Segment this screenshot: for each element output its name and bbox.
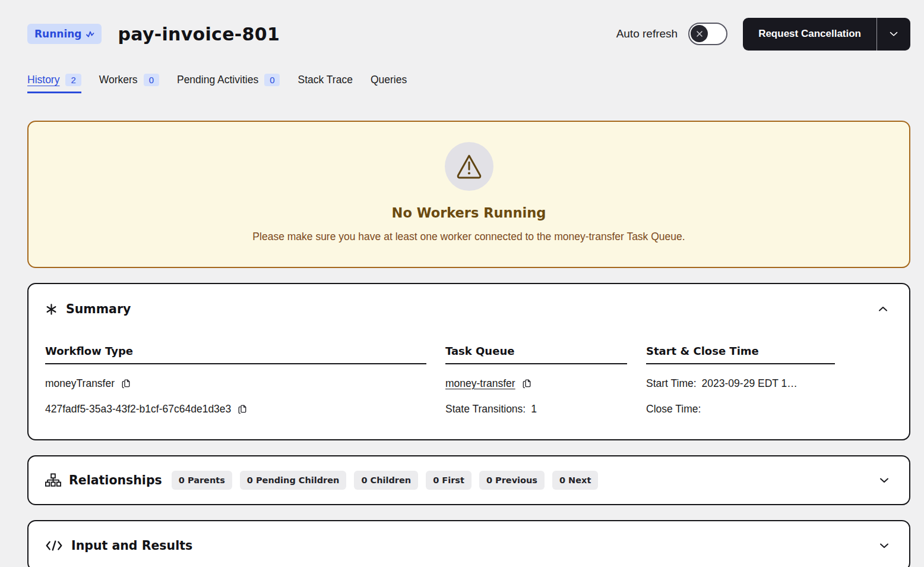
summary-grid: Workflow Type moneyTransfer 427fadf5-35a… xyxy=(45,345,893,415)
close-time-label: Close Time: xyxy=(646,403,701,415)
copy-task-queue-button[interactable] xyxy=(521,378,532,389)
copy-run-id-button[interactable] xyxy=(236,404,248,415)
warning-message: Please make sure you have at least one w… xyxy=(43,231,895,243)
tab-pending-activities[interactable]: Pending Activities 0 xyxy=(177,74,280,93)
auto-refresh-toggle[interactable] xyxy=(688,23,727,45)
request-cancellation-button[interactable]: Request Cancellation xyxy=(743,18,876,51)
toggle-knob xyxy=(691,25,708,42)
no-workers-warning-banner: No Workers Running Please make sure you … xyxy=(27,121,910,268)
workflow-type-value: moneyTransfer xyxy=(45,377,115,390)
tab-history-count-badge: 2 xyxy=(65,74,81,86)
tab-pending-activities-label: Pending Activities xyxy=(177,74,258,86)
time-column: Start & Close Time Start Time: 2023-09-2… xyxy=(646,345,835,415)
next-count-badge: 0 Next xyxy=(552,471,598,490)
auto-refresh-label: Auto refresh xyxy=(616,27,678,40)
task-queue-row: money-transfer xyxy=(445,377,627,390)
chevron-down-icon xyxy=(877,538,891,553)
time-header: Start & Close Time xyxy=(646,345,835,364)
tab-pending-activities-count-badge: 0 xyxy=(264,74,280,86)
relationships-badges: 0 Parents 0 Pending Children 0 Children … xyxy=(172,471,599,490)
tab-stack-trace-label: Stack Trace xyxy=(298,74,352,86)
page-header: Running pay-invoice-801 Auto refresh Req… xyxy=(27,17,910,51)
input-results-section: Input and Results xyxy=(27,520,910,567)
tab-stack-trace[interactable]: Stack Trace xyxy=(298,74,352,93)
tab-queries-label: Queries xyxy=(371,74,407,86)
task-queue-column: Task Queue money-transfer State Transiti… xyxy=(445,345,627,415)
toggle-off-x-icon xyxy=(695,30,704,38)
tab-queries[interactable]: Queries xyxy=(371,74,407,93)
summary-collapse-button[interactable] xyxy=(874,300,893,319)
first-count-badge: 0 First xyxy=(426,471,472,490)
chevron-down-icon xyxy=(877,473,891,487)
parents-count-badge: 0 Parents xyxy=(172,471,232,490)
start-time-value: 2023-09-29 EDT 1… xyxy=(702,377,798,390)
status-badge-label: Running xyxy=(34,28,82,40)
input-results-title: Input and Results xyxy=(71,538,192,553)
workflow-type-header: Workflow Type xyxy=(45,345,426,364)
tab-workers-count-badge: 0 xyxy=(144,74,159,86)
workflow-detail-page: Running pay-invoice-801 Auto refresh Req… xyxy=(0,0,924,567)
workflow-type-column: Workflow Type moneyTransfer 427fadf5-35a… xyxy=(45,345,426,415)
relationships-section: Relationships 0 Parents 0 Pending Childr… xyxy=(27,455,910,505)
tab-workers[interactable]: Workers 0 xyxy=(99,74,159,93)
summary-header: Summary xyxy=(45,300,893,319)
chevron-up-icon xyxy=(876,302,890,316)
tab-workers-label: Workers xyxy=(99,74,138,86)
warning-icon-circle xyxy=(445,142,493,191)
page-title: pay-invoice-801 xyxy=(118,24,280,45)
start-time-label: Start Time: xyxy=(646,377,697,390)
run-id-row: 427fadf5-35a3-43f2-b1cf-67c64de1d3e3 xyxy=(45,403,426,415)
status-badge[interactable]: Running xyxy=(27,24,102,44)
chevron-down-icon xyxy=(887,27,900,40)
relationships-expand-button[interactable] xyxy=(875,471,894,490)
warning-title: No Workers Running xyxy=(43,205,895,220)
copy-icon xyxy=(236,404,248,415)
close-time-row: Close Time: xyxy=(646,403,835,415)
input-results-expand-button[interactable] xyxy=(875,536,894,555)
copy-workflow-type-button[interactable] xyxy=(120,378,131,389)
tab-history-label: History xyxy=(27,74,59,86)
children-count-badge: 0 Children xyxy=(354,471,418,490)
tab-bar: History 2 Workers 0 Pending Activities 0… xyxy=(27,74,910,93)
workflow-type-row: moneyTransfer xyxy=(45,377,426,390)
state-transitions-row: State Transitions: 1 xyxy=(445,403,627,415)
copy-icon xyxy=(521,378,532,389)
pending-children-count-badge: 0 Pending Children xyxy=(240,471,347,490)
relationships-title: Relationships xyxy=(69,473,162,487)
state-transitions-label: State Transitions: xyxy=(445,403,526,415)
summary-section: Summary Workflow Type moneyTransfer 427f… xyxy=(27,283,910,440)
task-queue-header: Task Queue xyxy=(445,345,627,364)
previous-count-badge: 0 Previous xyxy=(479,471,545,490)
summary-title: Summary xyxy=(66,302,131,316)
state-transitions-value: 1 xyxy=(531,403,537,415)
copy-icon xyxy=(120,378,131,389)
heartbeat-pulse-icon xyxy=(86,30,94,38)
cancellation-options-button[interactable] xyxy=(876,18,910,51)
run-id-value: 427fadf5-35a3-43f2-b1cf-67c64de1d3e3 xyxy=(45,403,231,415)
task-queue-link[interactable]: money-transfer xyxy=(445,377,515,390)
cancel-button-group: Request Cancellation xyxy=(743,18,910,51)
code-icon xyxy=(45,540,63,552)
hierarchy-tree-icon xyxy=(45,473,61,488)
asterisk-icon xyxy=(45,303,58,316)
warning-triangle-icon xyxy=(455,153,483,179)
tab-history[interactable]: History 2 xyxy=(27,74,81,93)
start-time-row: Start Time: 2023-09-29 EDT 1… xyxy=(646,377,835,390)
